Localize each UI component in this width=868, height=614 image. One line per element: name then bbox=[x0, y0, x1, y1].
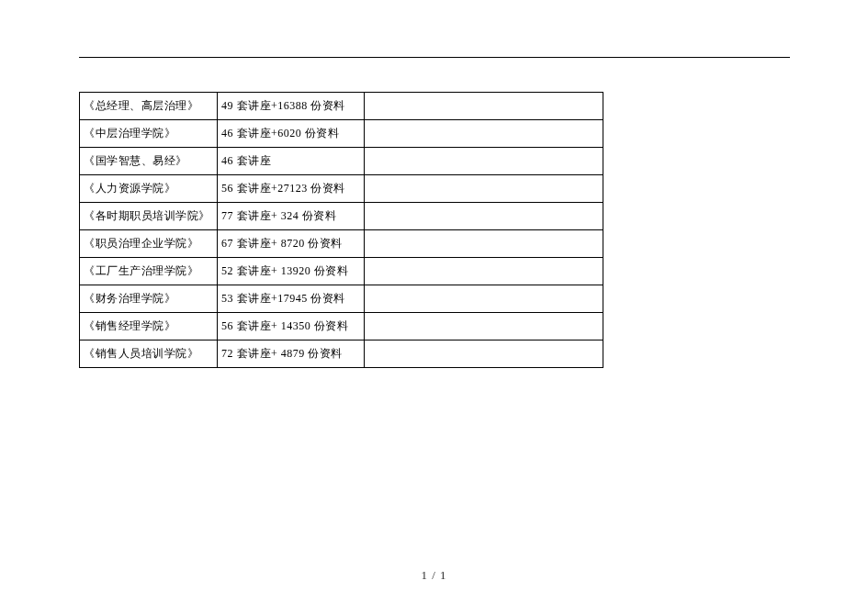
course-extra-cell bbox=[365, 175, 603, 203]
course-extra-cell bbox=[365, 203, 603, 230]
course-extra-cell bbox=[365, 340, 603, 368]
course-detail-cell: 56 套讲座+ 14350 份资料 bbox=[218, 313, 365, 340]
table-row: 《各时期职员培训学院》 77 套讲座+ 324 份资料 bbox=[80, 203, 603, 230]
course-extra-cell bbox=[365, 230, 603, 258]
table-row: 《工厂生产治理学院》 52 套讲座+ 13920 份资料 bbox=[80, 258, 603, 285]
course-name-cell: 《销售人员培训学院》 bbox=[80, 340, 218, 368]
course-name-cell: 《总经理、高层治理》 bbox=[80, 93, 218, 120]
course-detail-cell: 77 套讲座+ 324 份资料 bbox=[218, 203, 365, 230]
course-extra-cell bbox=[365, 258, 603, 285]
course-detail-cell: 67 套讲座+ 8720 份资料 bbox=[218, 230, 365, 258]
course-detail-cell: 56 套讲座+27123 份资料 bbox=[218, 175, 365, 203]
course-detail-cell: 49 套讲座+16388 份资料 bbox=[218, 93, 365, 120]
course-detail-cell: 52 套讲座+ 13920 份资料 bbox=[218, 258, 365, 285]
table-row: 《总经理、高层治理》 49 套讲座+16388 份资料 bbox=[80, 93, 603, 120]
course-table: 《总经理、高层治理》 49 套讲座+16388 份资料 《中层治理学院》 46 … bbox=[79, 92, 603, 368]
table-row: 《销售经理学院》 56 套讲座+ 14350 份资料 bbox=[80, 313, 603, 340]
table-row: 《销售人员培训学院》 72 套讲座+ 4879 份资料 bbox=[80, 340, 603, 368]
page-number: 1 / 1 bbox=[0, 568, 868, 583]
course-detail-cell: 72 套讲座+ 4879 份资料 bbox=[218, 340, 365, 368]
course-detail-cell: 53 套讲座+17945 份资料 bbox=[218, 285, 365, 313]
table-row: 《国学智慧、易经》 46 套讲座 bbox=[80, 148, 603, 175]
course-detail-cell: 46 套讲座 bbox=[218, 148, 365, 175]
table-row: 《财务治理学院》 53 套讲座+17945 份资料 bbox=[80, 285, 603, 313]
table-row: 《职员治理企业学院》 67 套讲座+ 8720 份资料 bbox=[80, 230, 603, 258]
course-extra-cell bbox=[365, 120, 603, 148]
course-detail-cell: 46 套讲座+6020 份资料 bbox=[218, 120, 365, 148]
course-extra-cell bbox=[365, 148, 603, 175]
course-name-cell: 《人力资源学院》 bbox=[80, 175, 218, 203]
course-name-cell: 《各时期职员培训学院》 bbox=[80, 203, 218, 230]
course-name-cell: 《国学智慧、易经》 bbox=[80, 148, 218, 175]
course-name-cell: 《销售经理学院》 bbox=[80, 313, 218, 340]
course-name-cell: 《职员治理企业学院》 bbox=[80, 230, 218, 258]
course-extra-cell bbox=[365, 285, 603, 313]
table-row: 《中层治理学院》 46 套讲座+6020 份资料 bbox=[80, 120, 603, 148]
course-extra-cell bbox=[365, 313, 603, 340]
table-row: 《人力资源学院》 56 套讲座+27123 份资料 bbox=[80, 175, 603, 203]
course-name-cell: 《中层治理学院》 bbox=[80, 120, 218, 148]
document-body: 《总经理、高层治理》 49 套讲座+16388 份资料 《中层治理学院》 46 … bbox=[79, 92, 603, 368]
horizontal-rule bbox=[79, 57, 790, 58]
course-extra-cell bbox=[365, 93, 603, 120]
course-name-cell: 《财务治理学院》 bbox=[80, 285, 218, 313]
course-name-cell: 《工厂生产治理学院》 bbox=[80, 258, 218, 285]
